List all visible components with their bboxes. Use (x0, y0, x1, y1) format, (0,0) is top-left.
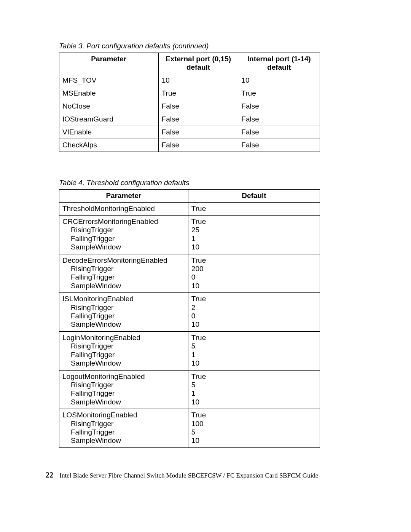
param-falling-trigger: FallingTrigger (62, 428, 185, 436)
val-falling-trigger: 5 (191, 428, 196, 436)
val-main: True (191, 256, 206, 264)
val-sample-window: 10 (191, 436, 199, 444)
table3-cell-parameter: MSEnable (59, 87, 159, 100)
param-main: LoginMonitoringEnabled (62, 334, 140, 342)
param-sample-window: SampleWindow (62, 243, 185, 251)
val-sample-window: 10 (191, 320, 199, 328)
param-main: LogoutMonitoringEnabled (62, 372, 145, 380)
table4-header-row: Parameter Default (59, 190, 320, 203)
table3-row: CheckAlps False False (59, 139, 320, 152)
param-sample-window: SampleWindow (62, 436, 185, 445)
param-sample-window: SampleWindow (62, 320, 185, 329)
table4-header-parameter: Parameter (59, 190, 188, 203)
param-sample-window: SampleWindow (62, 282, 185, 290)
document-page: Table 3. Port configuration defaults (co… (0, 0, 411, 532)
page-number: 22 (46, 471, 53, 479)
table4-cell-parameter: CRCErrorsMonitoringEnabled RisingTrigger… (59, 216, 188, 254)
table4-row: LoginMonitoringEnabled RisingTrigger Fal… (59, 331, 320, 370)
val-rising-trigger: 5 (191, 342, 196, 350)
val-sample-window: 10 (191, 398, 199, 406)
table3-header-parameter: Parameter (59, 53, 159, 74)
table3-cell-parameter: CheckAlps (59, 139, 159, 152)
param-rising-trigger: RisingTrigger (62, 342, 185, 350)
val-falling-trigger: 0 (191, 273, 196, 281)
param-falling-trigger: FallingTrigger (62, 351, 185, 359)
table4-cell-parameter: LOSMonitoringEnabled RisingTrigger Falli… (59, 409, 188, 448)
table3-cell-external: True (158, 87, 238, 100)
val-sample-window: 10 (191, 282, 199, 290)
val-rising-trigger: 2 (191, 304, 196, 312)
page-footer: 22 Intel Blade Server Fibre Channel Swit… (46, 471, 318, 479)
val-falling-trigger: 1 (191, 389, 196, 397)
table4-cell-parameter: LoginMonitoringEnabled RisingTrigger Fal… (59, 331, 188, 370)
param-rising-trigger: RisingTrigger (62, 265, 185, 273)
val-falling-trigger: 1 (191, 235, 196, 243)
table3-row: IOStreamGuard False False (59, 113, 320, 126)
val-main: True (191, 295, 206, 303)
param-main: ISLMonitoringEnabled (62, 295, 134, 303)
table4-row: ISLMonitoringEnabled RisingTrigger Falli… (59, 293, 320, 332)
val-main: True (191, 334, 206, 342)
table3-row: NoClose False False (59, 100, 320, 113)
table3-cell-internal: False (238, 113, 320, 126)
table4-cell-default: True 25 1 10 (188, 216, 320, 254)
table4-row: ThresholdMonitoringEnabled True (59, 203, 320, 216)
table4-cell-default: True 2 0 10 (188, 293, 320, 332)
val-rising-trigger: 200 (191, 265, 204, 273)
table3-cell-parameter: VIEnable (59, 126, 159, 139)
table3-cell-parameter: MFS_TOV (59, 74, 159, 87)
table4-row: CRCErrorsMonitoringEnabled RisingTrigger… (59, 216, 320, 254)
val-rising-trigger: 100 (191, 420, 204, 428)
table4-row: LOSMonitoringEnabled RisingTrigger Falli… (59, 409, 320, 448)
table4-cell-default: True 200 0 10 (188, 254, 320, 293)
table3-cell-parameter: NoClose (59, 100, 159, 113)
val-falling-trigger: 0 (191, 312, 196, 320)
table4-cell-parameter: ISLMonitoringEnabled RisingTrigger Falli… (59, 293, 188, 332)
table4-row: DecodeErrorsMonitoringEnabled RisingTrig… (59, 254, 320, 293)
val-falling-trigger: 1 (191, 351, 196, 359)
table3-cell-external: False (158, 126, 238, 139)
param-rising-trigger: RisingTrigger (62, 420, 185, 428)
param-falling-trigger: FallingTrigger (62, 389, 185, 398)
table4-threshold-config-defaults: Parameter Default ThresholdMonitoringEna… (59, 189, 320, 448)
table3-cell-internal: False (238, 126, 320, 139)
val-rising-trigger: 25 (191, 226, 199, 234)
table3-cell-internal: False (238, 100, 320, 113)
param-sample-window: SampleWindow (62, 359, 185, 367)
table3-cell-external: False (158, 100, 238, 113)
table4-cell-default: True 5 1 10 (188, 370, 320, 409)
table3-row: MFS_TOV 10 10 (59, 74, 320, 87)
val-main: True (191, 411, 206, 419)
val-sample-window: 10 (191, 359, 199, 367)
table4-cell-default: True 5 1 10 (188, 331, 320, 370)
param-main: CRCErrorsMonitoringEnabled (62, 217, 158, 225)
table3-cell-external: False (158, 113, 238, 126)
table3-row: VIEnable False False (59, 126, 320, 139)
param-falling-trigger: FallingTrigger (62, 273, 185, 281)
table3-cell-internal: True (238, 87, 320, 100)
table4-cell-parameter: DecodeErrorsMonitoringEnabled RisingTrig… (59, 254, 188, 293)
table3-caption: Table 3. Port configuration defaults (co… (59, 42, 352, 50)
table3-port-config-defaults: Parameter External port (0,15) default I… (59, 53, 320, 152)
val-rising-trigger: 5 (191, 381, 196, 389)
param-rising-trigger: RisingTrigger (62, 226, 185, 234)
footer-title: Intel Blade Server Fibre Channel Switch … (59, 472, 318, 479)
table3-header-external: External port (0,15) default (158, 53, 238, 74)
table3-cell-internal: 10 (238, 74, 320, 87)
table4-header-default: Default (188, 190, 320, 203)
table4-caption: Table 4. Threshold configuration default… (59, 179, 352, 187)
table4-cell-default: True (188, 203, 320, 216)
param-rising-trigger: RisingTrigger (62, 381, 185, 389)
table3-header-internal: Internal port (1-14) default (238, 53, 320, 74)
table3-cell-internal: False (238, 139, 320, 152)
table3-header-row: Parameter External port (0,15) default I… (59, 53, 320, 74)
param-sample-window: SampleWindow (62, 398, 185, 406)
table4-cell-parameter: LogoutMonitoringEnabled RisingTrigger Fa… (59, 370, 188, 409)
val-main: True (191, 217, 206, 225)
table4-cell-default: True 100 5 10 (188, 409, 320, 448)
table4-cell-parameter: ThresholdMonitoringEnabled (59, 203, 188, 216)
val-main: True (191, 372, 206, 380)
table3-cell-external: 10 (158, 74, 238, 87)
table3-cell-parameter: IOStreamGuard (59, 113, 159, 126)
param-falling-trigger: FallingTrigger (62, 312, 185, 320)
